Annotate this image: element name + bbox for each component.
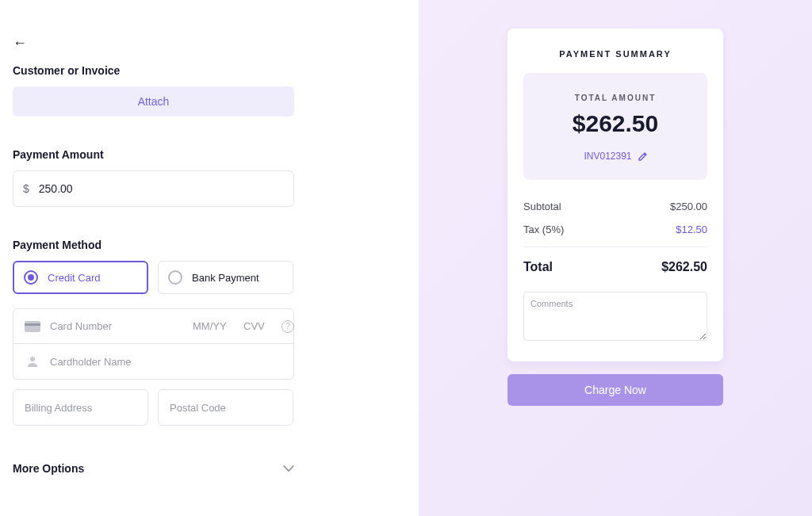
invoice-id-row: INV012391	[584, 151, 646, 162]
cvv-input[interactable]	[243, 320, 270, 332]
payment-amount-field-wrap: $	[13, 170, 294, 207]
radio-icon	[168, 270, 182, 285]
total-amount-box: TOTAL AMOUNT $262.50 INV012391	[523, 73, 707, 180]
payment-amount-input[interactable]	[39, 182, 293, 195]
method-bank-payment[interactable]: Bank Payment	[158, 261, 293, 294]
charge-now-button[interactable]: Charge Now	[508, 374, 723, 406]
summary-panel: PAYMENT SUMMARY TOTAL AMOUNT $262.50 INV…	[419, 0, 812, 516]
comments-textarea[interactable]	[523, 292, 707, 341]
summary-title: PAYMENT SUMMARY	[523, 49, 707, 59]
card-fields: ?	[13, 308, 294, 380]
expiry-cvv-group: ?	[193, 320, 294, 333]
svg-point-2	[30, 357, 35, 361]
attach-button[interactable]: Attach	[13, 86, 294, 117]
total-line: Total $262.50	[523, 260, 707, 274]
invoice-id: INV012391	[584, 151, 631, 162]
address-row	[13, 389, 406, 426]
tax-line: Tax (5%) $12.50	[523, 224, 707, 235]
currency-symbol: $	[13, 182, 39, 195]
subtotal-label: Subtotal	[523, 201, 561, 212]
card-number-input[interactable]	[50, 320, 183, 332]
divider	[523, 247, 707, 247]
cardholder-name-input[interactable]	[50, 356, 282, 368]
expiry-input[interactable]	[193, 320, 232, 332]
cardholder-row	[13, 344, 293, 379]
customer-section-label: Customer or Invoice	[13, 64, 406, 77]
payment-method-label: Payment Method	[13, 239, 406, 251]
total-amount-label: TOTAL AMOUNT	[533, 94, 698, 102]
tax-label: Tax (5%)	[523, 224, 564, 235]
method-label: Bank Payment	[192, 272, 259, 284]
more-options-label: More Options	[13, 462, 84, 475]
edit-invoice-icon[interactable]	[638, 152, 647, 161]
more-options-toggle[interactable]: More Options	[13, 462, 294, 475]
svg-rect-1	[25, 323, 40, 326]
billing-address-input[interactable]	[13, 389, 148, 426]
person-icon	[25, 355, 40, 368]
total-line-value: $262.50	[661, 260, 707, 274]
payment-summary-card: PAYMENT SUMMARY TOTAL AMOUNT $262.50 INV…	[508, 29, 723, 361]
chevron-down-icon	[283, 462, 294, 475]
credit-card-icon	[25, 321, 40, 332]
help-icon[interactable]: ?	[282, 320, 294, 333]
postal-code-input[interactable]	[158, 389, 293, 426]
payment-amount-label: Payment Amount	[13, 148, 406, 161]
back-arrow-icon[interactable]: ←	[13, 35, 406, 52]
subtotal-value: $250.00	[670, 201, 707, 212]
method-credit-card[interactable]: Credit Card	[13, 261, 148, 294]
method-label: Credit Card	[48, 272, 100, 284]
svg-rect-0	[25, 321, 40, 332]
total-line-label: Total	[523, 260, 553, 274]
subtotal-line: Subtotal $250.00	[523, 201, 707, 212]
payment-form-panel: ← Customer or Invoice Attach Payment Amo…	[0, 0, 419, 516]
radio-icon	[24, 270, 38, 285]
card-number-row: ?	[13, 309, 293, 344]
tax-value: $12.50	[676, 224, 707, 235]
total-amount-value: $262.50	[533, 110, 698, 137]
payment-method-options: Credit Card Bank Payment	[13, 261, 406, 294]
